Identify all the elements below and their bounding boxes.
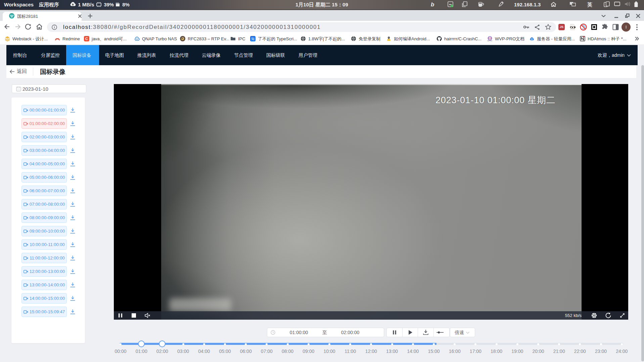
svg-text:C: C: [85, 37, 88, 41]
svg-text:知: 知: [251, 37, 255, 41]
svg-text:WVP-PRO: WVP-PRO: [487, 40, 493, 42]
